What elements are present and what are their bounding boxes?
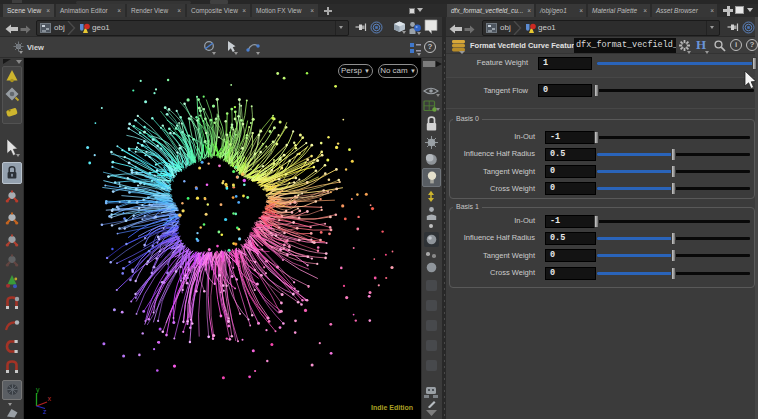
svg-text:y: y — [36, 386, 40, 394]
svg-text:x: x — [48, 395, 52, 402]
svg-text:z: z — [43, 408, 47, 415]
